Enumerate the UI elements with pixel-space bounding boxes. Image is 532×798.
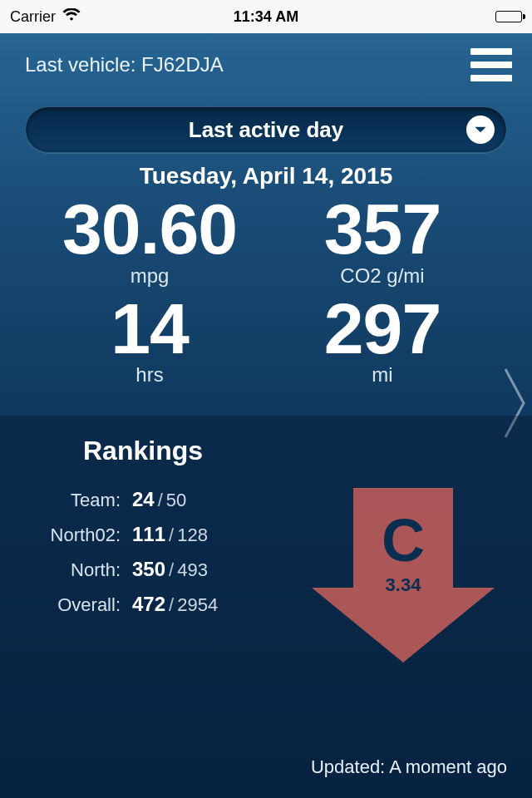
stat-hrs-value: 14 bbox=[33, 293, 266, 366]
rank-row: Overall: 472 / 2954 bbox=[25, 593, 299, 616]
period-dropdown[interactable]: Last active day bbox=[25, 106, 507, 153]
carrier-label: Carrier bbox=[10, 8, 56, 26]
stat-mi-value: 297 bbox=[266, 293, 499, 366]
rank-separator: / bbox=[169, 559, 174, 581]
stat-co2: 357 CO2 g/mi bbox=[266, 193, 499, 293]
stat-hrs-unit: hrs bbox=[33, 363, 266, 387]
stat-co2-unit: CO2 g/mi bbox=[266, 264, 499, 288]
stat-mi-unit: mi bbox=[266, 363, 499, 387]
menu-icon bbox=[470, 75, 512, 81]
rank-position: 111 bbox=[132, 523, 165, 546]
rank-separator: / bbox=[169, 525, 174, 546]
rank-label: Overall: bbox=[25, 594, 121, 616]
rank-separator: / bbox=[158, 490, 163, 511]
rank-position: 472 bbox=[132, 593, 165, 616]
updated-label: Updated: A moment ago bbox=[311, 756, 507, 778]
last-vehicle-label: Last vehicle: FJ62DJA bbox=[25, 53, 224, 76]
app-header: Last vehicle: FJ62DJA bbox=[0, 33, 532, 90]
stats-grid: 30.60 mpg 357 CO2 g/mi 14 hrs 297 mi bbox=[0, 193, 532, 392]
status-time: 11:34 AM bbox=[234, 8, 298, 26]
rankings-section: Rankings Team: 24 / 50 North02: 111 / 12… bbox=[0, 416, 532, 798]
rank-row: Team: 24 / 50 bbox=[25, 488, 299, 511]
menu-icon bbox=[470, 62, 512, 68]
status-right bbox=[495, 11, 522, 22]
grade-badge: C 3.34 bbox=[308, 488, 499, 666]
rank-separator: / bbox=[169, 594, 174, 616]
stat-mi: 297 mi bbox=[266, 293, 499, 392]
rank-row: North02: 111 / 128 bbox=[25, 523, 299, 546]
menu-icon bbox=[470, 48, 512, 55]
stat-hrs: 14 hrs bbox=[33, 293, 266, 392]
chevron-down-icon bbox=[466, 116, 495, 144]
rank-row: North: 350 / 493 bbox=[25, 558, 299, 581]
rank-position: 350 bbox=[132, 558, 165, 581]
period-dropdown-label: Last active day bbox=[189, 117, 343, 143]
rank-label: Team: bbox=[25, 490, 121, 511]
rank-total: 50 bbox=[166, 490, 186, 511]
status-bar: Carrier 11:34 AM bbox=[0, 0, 532, 33]
rankings-table: Team: 24 / 50 North02: 111 / 128 North: … bbox=[25, 488, 299, 666]
stat-co2-value: 357 bbox=[266, 193, 499, 266]
stat-mpg: 30.60 mpg bbox=[33, 193, 266, 293]
rank-total: 493 bbox=[177, 559, 208, 581]
rank-label: North: bbox=[25, 559, 121, 581]
stat-mpg-value: 30.60 bbox=[33, 193, 266, 266]
date-label: Tuesday, April 14, 2015 bbox=[0, 163, 532, 190]
grade-score: 3.34 bbox=[308, 574, 499, 596]
rank-total: 2954 bbox=[177, 594, 218, 616]
rankings-body: Team: 24 / 50 North02: 111 / 128 North: … bbox=[25, 488, 507, 666]
rank-position: 24 bbox=[132, 488, 155, 511]
battery-icon bbox=[495, 11, 522, 22]
rankings-title: Rankings bbox=[83, 436, 507, 466]
rank-total: 128 bbox=[177, 525, 208, 546]
grade-letter: C bbox=[308, 506, 499, 574]
menu-button[interactable] bbox=[470, 48, 512, 81]
rank-label: North02: bbox=[25, 525, 121, 546]
status-left: Carrier bbox=[10, 8, 81, 26]
wifi-icon bbox=[62, 8, 81, 26]
